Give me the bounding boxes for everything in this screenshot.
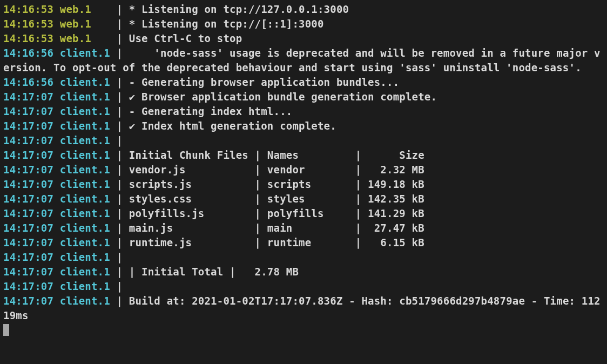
log-separator: | (110, 164, 123, 176)
log-prefix: 14:17:07 client.1 (3, 105, 110, 117)
log-separator: | (110, 32, 123, 44)
log-separator: | (110, 178, 123, 190)
log-message: Use Ctrl-C to stop (123, 32, 242, 44)
log-prefix: 14:17:07 client.1 (3, 120, 110, 132)
log-message: | Initial Total | 2.78 MB (123, 266, 299, 278)
log-prefix: 14:17:07 client.1 (3, 149, 110, 161)
log-message: polyfills.js | polyfills | 141.29 kB (123, 207, 424, 219)
log-prefix: 14:17:07 client.1 (3, 207, 110, 219)
log-separator: | (110, 47, 123, 59)
log-separator: | (110, 280, 123, 292)
log-message: - Generating browser application bundles… (123, 76, 399, 88)
log-message: ✔ Browser application bundle generation … (123, 91, 437, 103)
log-separator: | (110, 149, 123, 161)
log-prefix: 14:16:53 web.1 (3, 18, 110, 30)
log-prefix: 14:17:07 client.1 (3, 164, 110, 176)
log-separator: | (110, 105, 123, 117)
log-message: * Listening on tcp://127.0.0.1:3000 (123, 3, 349, 15)
log-message: - Generating index html... (123, 105, 292, 117)
log-prefix: 14:17:07 client.1 (3, 222, 110, 234)
log-message: runtime.js | runtime | 6.15 kB (123, 237, 424, 248)
log-message: ✔ Index html generation complete. (123, 120, 336, 132)
log-separator: | (110, 207, 123, 219)
log-separator: | (110, 76, 123, 88)
log-message: * Listening on tcp://[::1]:3000 (123, 18, 323, 30)
log-separator: | (110, 266, 123, 278)
log-prefix: 14:17:07 client.1 (3, 134, 110, 146)
log-message: main.js | main | 27.47 kB (123, 222, 424, 234)
log-prefix: 14:17:07 client.1 (3, 295, 110, 307)
log-prefix: 14:16:53 web.1 (3, 3, 110, 15)
log-separator: | (110, 120, 123, 132)
terminal-cursor (3, 324, 9, 336)
log-prefix: 14:17:07 client.1 (3, 280, 110, 292)
log-message: styles.css | styles | 142.35 kB (123, 193, 424, 205)
log-separator: | (110, 295, 123, 307)
log-separator: | (110, 237, 123, 248)
log-separator: | (110, 134, 123, 146)
log-separator: | (110, 91, 123, 103)
log-prefix: 14:17:07 client.1 (3, 251, 110, 263)
log-separator: | (110, 18, 123, 30)
terminal-output[interactable]: 14:16:53 web.1 | * Listening on tcp://12… (0, 0, 607, 338)
log-prefix: 14:17:07 client.1 (3, 266, 110, 278)
log-prefix: 14:16:56 client.1 (3, 76, 110, 88)
log-prefix: 14:17:07 client.1 (3, 237, 110, 248)
log-prefix: 14:16:56 client.1 (3, 47, 110, 59)
log-prefix: 14:17:07 client.1 (3, 91, 110, 103)
log-message: scripts.js | scripts | 149.18 kB (123, 178, 424, 190)
log-prefix: 14:16:53 web.1 (3, 32, 110, 44)
log-separator: | (110, 193, 123, 205)
log-message: vendor.js | vendor | 2.32 MB (123, 164, 424, 176)
log-separator: | (110, 3, 123, 15)
log-separator: | (110, 222, 123, 234)
log-message: Initial Chunk Files | Names | Size (123, 149, 424, 161)
log-prefix: 14:17:07 client.1 (3, 193, 110, 205)
log-separator: | (110, 251, 123, 263)
log-prefix: 14:17:07 client.1 (3, 178, 110, 190)
